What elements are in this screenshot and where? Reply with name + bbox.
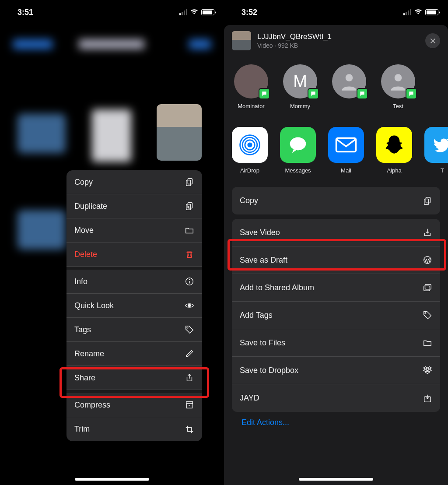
wordpress-icon xyxy=(423,255,432,265)
share-actions: Copy Save Video Save as Draft Add to Sha… xyxy=(224,179,448,442)
action-save-dropbox[interactable]: Save to Dropbox xyxy=(232,357,440,384)
share-file-thumbnail xyxy=(232,31,251,50)
tag-icon xyxy=(185,325,194,334)
action-copy[interactable]: Copy xyxy=(232,187,440,214)
action-label: Save as Draft xyxy=(240,256,287,265)
share-file-meta: Video · 992 KB xyxy=(257,42,419,49)
menu-label: Delete xyxy=(74,250,97,259)
svg-rect-22 xyxy=(426,197,430,203)
cellular-icon xyxy=(179,9,187,15)
app-airdrop[interactable]: AirDrop xyxy=(232,127,268,174)
contact-test[interactable]: Test xyxy=(379,64,417,109)
download-box-icon xyxy=(423,394,432,403)
svg-point-9 xyxy=(188,304,191,307)
home-indicator xyxy=(299,478,373,481)
menu-share[interactable]: Share xyxy=(66,366,202,390)
trash-icon xyxy=(185,250,194,259)
copy-icon xyxy=(185,177,194,187)
cellular-icon xyxy=(403,9,411,15)
svg-point-16 xyxy=(247,142,252,147)
share-contacts-row[interactable]: Mominator M Mommy xyxy=(224,55,448,113)
menu-label: Info xyxy=(74,277,88,286)
svg-point-14 xyxy=(346,74,353,81)
folder-icon xyxy=(423,338,432,348)
action-group-2: Save Video Save as Draft Add to Shared A… xyxy=(232,219,440,412)
selected-file-thumbnail xyxy=(157,104,202,161)
status-indicators xyxy=(403,8,438,17)
action-save-files[interactable]: Save to Files xyxy=(232,329,440,357)
screen-share-sheet: 3:52 LJJJbnV_QBreSWtI_1 Video · 992 KB xyxy=(224,0,448,485)
menu-label: Share xyxy=(74,373,95,383)
menu-info[interactable]: Info xyxy=(66,267,202,294)
contact-mominator[interactable]: Mominator xyxy=(232,64,270,109)
app-messages[interactable]: Messages xyxy=(280,127,316,174)
status-bar: 3:51 xyxy=(0,0,224,22)
share-sheet-header: LJJJbnV_QBreSWtI_1 Video · 992 KB xyxy=(224,25,448,55)
app-label: Alpha xyxy=(387,167,401,174)
snapchat-icon xyxy=(376,127,412,163)
action-label: Add to Shared Album xyxy=(240,283,314,292)
twitter-icon xyxy=(424,127,448,163)
contact-redacted[interactable] xyxy=(330,64,368,109)
menu-label: Quick Look xyxy=(74,301,114,310)
screen-files-context-menu: 3:51 Copy Duplicate Move xyxy=(0,0,224,485)
app-snapchat[interactable]: Alpha xyxy=(376,127,412,174)
contact-mommy[interactable]: M Mommy xyxy=(281,64,319,109)
wifi-icon xyxy=(414,8,423,17)
svg-point-8 xyxy=(189,279,190,280)
svg-rect-1 xyxy=(186,180,191,186)
battery-icon xyxy=(425,9,438,15)
messages-icon xyxy=(280,127,316,163)
app-label: T xyxy=(441,167,444,174)
menu-move[interactable]: Move xyxy=(66,218,202,242)
file-context-menu: Copy Duplicate Move Delete Info Quick Lo… xyxy=(66,170,202,441)
menu-quick-look[interactable]: Quick Look xyxy=(66,294,202,318)
close-button[interactable] xyxy=(425,33,440,48)
airdrop-icon xyxy=(232,127,268,163)
menu-duplicate[interactable]: Duplicate xyxy=(66,194,202,218)
app-label: Messages xyxy=(285,167,311,174)
menu-label: Rename xyxy=(74,349,104,358)
menu-label: Move xyxy=(74,226,94,235)
crop-icon xyxy=(185,425,194,434)
menu-label: Duplicate xyxy=(74,202,107,211)
messages-badge-icon xyxy=(406,88,417,99)
action-label: Save to Dropbox xyxy=(240,366,298,375)
folder-icon xyxy=(185,225,194,235)
action-add-tags[interactable]: Add Tags xyxy=(232,302,440,329)
app-label: AirDrop xyxy=(240,167,259,174)
svg-rect-23 xyxy=(424,199,429,204)
action-label: Save Video xyxy=(240,228,280,237)
share-sheet: LJJJbnV_QBreSWtI_1 Video · 992 KB Momina… xyxy=(224,25,448,485)
svg-rect-12 xyxy=(187,404,192,408)
duplicate-icon xyxy=(185,201,194,211)
menu-rename[interactable]: Rename xyxy=(66,342,202,366)
action-jayd[interactable]: JAYD xyxy=(232,384,440,412)
action-shared-album[interactable]: Add to Shared Album xyxy=(232,274,440,302)
app-label: Mail xyxy=(341,167,351,174)
share-icon xyxy=(185,373,194,383)
share-file-titles: LJJJbnV_QBreSWtI_1 Video · 992 KB xyxy=(257,32,419,49)
app-mail[interactable]: Mail xyxy=(328,127,364,174)
menu-tags[interactable]: Tags xyxy=(66,318,202,342)
shared-album-icon xyxy=(423,283,432,292)
menu-trim[interactable]: Trim xyxy=(66,417,202,441)
svg-point-10 xyxy=(187,327,188,328)
edit-actions-link[interactable]: Edit Actions... xyxy=(232,416,440,434)
action-save-video[interactable]: Save Video xyxy=(232,219,440,246)
messages-badge-icon xyxy=(308,88,319,99)
share-file-name: LJJJbnV_QBreSWtI_1 xyxy=(257,32,419,41)
menu-label: Compress xyxy=(74,401,110,410)
share-apps-row[interactable]: AirDrop Messages Mail Alpha xyxy=(224,113,448,179)
menu-copy[interactable]: Copy xyxy=(66,170,202,194)
menu-compress[interactable]: Compress xyxy=(66,390,202,417)
action-save-draft[interactable]: Save as Draft xyxy=(232,246,440,274)
svg-point-15 xyxy=(395,74,402,81)
action-group-1: Copy xyxy=(232,187,440,214)
svg-point-27 xyxy=(425,313,426,314)
svg-rect-0 xyxy=(188,179,192,184)
menu-delete[interactable]: Delete xyxy=(66,242,202,267)
contact-name: Mommy xyxy=(290,103,310,109)
status-bar: 3:52 xyxy=(224,0,448,22)
app-twitter[interactable]: T xyxy=(424,127,448,174)
